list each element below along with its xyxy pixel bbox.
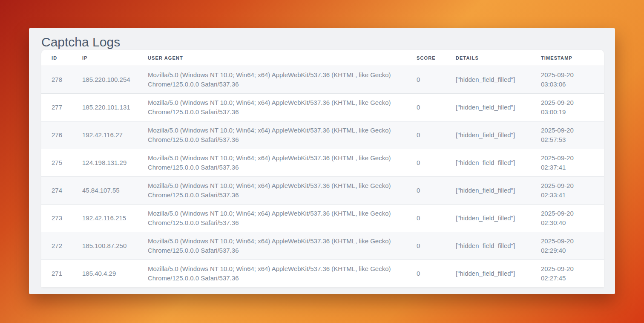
cell-user-agent: Mozilla/5.0 (Windows NT 10.0; Win64; x64…: [138, 205, 406, 232]
cell-id: 278: [41, 66, 72, 94]
table-row: 272 185.100.87.250 Mozilla/5.0 (Windows …: [41, 232, 604, 260]
cell-details: ["hidden_field_filled"]: [446, 177, 531, 205]
cell-score: 0: [406, 66, 446, 94]
table-row: 274 45.84.107.55 Mozilla/5.0 (Windows NT…: [41, 177, 604, 205]
column-header-timestamp: TIMESTAMP: [531, 50, 604, 66]
cell-ip: 185.100.87.250: [72, 232, 138, 260]
cell-details: ["hidden_field_filled"]: [446, 149, 531, 177]
cell-user-agent: Mozilla/5.0 (Windows NT 10.0; Win64; x64…: [138, 149, 406, 177]
cell-timestamp: 2025-09-20 03:03:06: [531, 66, 604, 94]
cell-timestamp: 2025-09-20 02:57:53: [531, 121, 604, 149]
column-header-id: ID: [41, 50, 72, 66]
cell-ip: 185.220.100.254: [72, 66, 138, 94]
cell-timestamp: 2025-09-20 02:29:40: [531, 232, 604, 260]
cell-id: 276: [41, 121, 72, 149]
cell-details: ["hidden_field_filled"]: [446, 121, 531, 149]
table-row: 276 192.42.116.27 Mozilla/5.0 (Windows N…: [41, 121, 604, 149]
cell-timestamp: 2025-09-20 02:37:41: [531, 149, 604, 177]
cell-id: 271: [41, 260, 72, 288]
cell-details: ["hidden_field_filled"]: [446, 205, 531, 232]
cell-details: ["hidden_field_filled"]: [446, 260, 531, 288]
cell-details: ["hidden_field_filled"]: [446, 94, 531, 121]
cell-id: 277: [41, 94, 72, 121]
column-header-score: SCORE: [406, 50, 446, 66]
cell-score: 0: [406, 260, 446, 288]
table-row: 273 192.42.116.215 Mozilla/5.0 (Windows …: [41, 205, 604, 232]
cell-details: ["hidden_field_filled"]: [446, 232, 531, 260]
cell-score: 0: [406, 232, 446, 260]
cell-score: 0: [406, 205, 446, 232]
cell-id: 273: [41, 205, 72, 232]
cell-details: ["hidden_field_filled"]: [446, 66, 531, 94]
cell-ip: 192.42.116.215: [72, 205, 138, 232]
logs-table-body: 278 185.220.100.254 Mozilla/5.0 (Windows…: [41, 66, 604, 288]
cell-user-agent: Mozilla/5.0 (Windows NT 10.0; Win64; x64…: [138, 94, 406, 121]
column-header-user-agent: USER AGENT: [138, 50, 406, 66]
column-header-ip: IP: [72, 50, 138, 66]
cell-ip: 185.40.4.29: [72, 260, 138, 288]
cell-timestamp: 2025-09-20 02:27:45: [531, 260, 604, 288]
table-row: 278 185.220.100.254 Mozilla/5.0 (Windows…: [41, 66, 604, 94]
captcha-logs-card: Captcha Logs ID IP USER AGENT SCORE DETA…: [29, 28, 615, 294]
cell-id: 272: [41, 232, 72, 260]
table-row: 275 124.198.131.29 Mozilla/5.0 (Windows …: [41, 149, 604, 177]
cell-timestamp: 2025-09-20 02:30:40: [531, 205, 604, 232]
cell-score: 0: [406, 177, 446, 205]
cell-score: 0: [406, 121, 446, 149]
cell-user-agent: Mozilla/5.0 (Windows NT 10.0; Win64; x64…: [138, 260, 406, 288]
cell-id: 274: [41, 177, 72, 205]
page-title: Captcha Logs: [29, 28, 615, 50]
logs-table-container: ID IP USER AGENT SCORE DETAILS TIMESTAMP…: [41, 50, 604, 287]
cell-score: 0: [406, 149, 446, 177]
logs-table: ID IP USER AGENT SCORE DETAILS TIMESTAMP…: [41, 50, 604, 287]
cell-ip: 45.84.107.55: [72, 177, 138, 205]
cell-user-agent: Mozilla/5.0 (Windows NT 10.0; Win64; x64…: [138, 66, 406, 94]
cell-user-agent: Mozilla/5.0 (Windows NT 10.0; Win64; x64…: [138, 121, 406, 149]
cell-score: 0: [406, 94, 446, 121]
cell-ip: 192.42.116.27: [72, 121, 138, 149]
cell-ip: 124.198.131.29: [72, 149, 138, 177]
cell-timestamp: 2025-09-20 03:00:19: [531, 94, 604, 121]
cell-user-agent: Mozilla/5.0 (Windows NT 10.0; Win64; x64…: [138, 177, 406, 205]
cell-timestamp: 2025-09-20 02:33:41: [531, 177, 604, 205]
cell-ip: 185.220.101.131: [72, 94, 138, 121]
column-header-details: DETAILS: [446, 50, 531, 66]
cell-id: 275: [41, 149, 72, 177]
table-row: 271 185.40.4.29 Mozilla/5.0 (Windows NT …: [41, 260, 604, 288]
table-header-row: ID IP USER AGENT SCORE DETAILS TIMESTAMP: [41, 50, 604, 66]
table-row: 277 185.220.101.131 Mozilla/5.0 (Windows…: [41, 94, 604, 121]
cell-user-agent: Mozilla/5.0 (Windows NT 10.0; Win64; x64…: [138, 232, 406, 260]
